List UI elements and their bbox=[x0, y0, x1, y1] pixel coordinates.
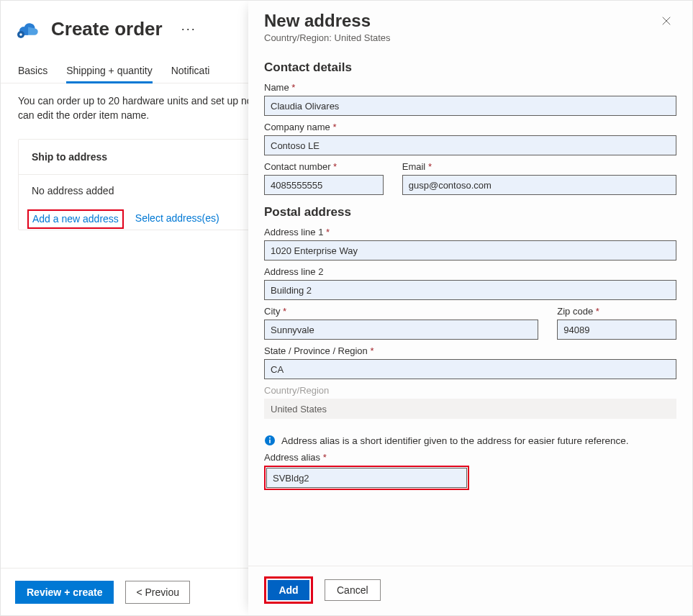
address2-label: Address line 2 bbox=[264, 266, 676, 277]
add-button-highlight: Add bbox=[264, 576, 313, 604]
country-input bbox=[264, 399, 676, 419]
add-button[interactable]: Add bbox=[268, 580, 309, 600]
panel-header: New address Country/Region: United State… bbox=[248, 1, 692, 47]
svg-rect-3 bbox=[269, 440, 271, 443]
alias-highlight bbox=[264, 466, 469, 490]
panel-body: Contact details Name Company name Contac… bbox=[248, 47, 692, 566]
state-input[interactable] bbox=[264, 359, 676, 379]
app-root: Create order ··· Basics Shipping + quant… bbox=[0, 0, 693, 616]
close-button[interactable] bbox=[656, 11, 676, 31]
tab-shipping-quantity[interactable]: Shipping + quantity bbox=[66, 59, 152, 83]
cancel-button[interactable]: Cancel bbox=[325, 579, 381, 601]
tab-notifications[interactable]: Notificati bbox=[171, 59, 210, 83]
panel-footer: Add Cancel bbox=[248, 566, 692, 615]
info-icon bbox=[264, 435, 276, 446]
address1-label: Address line 1 bbox=[264, 227, 676, 237]
add-new-address-highlight: Add a new address bbox=[27, 209, 124, 229]
svg-point-4 bbox=[269, 438, 271, 439]
alias-info: Address alias is a short identifier give… bbox=[264, 435, 676, 446]
previous-button[interactable]: < Previou bbox=[125, 581, 190, 604]
city-input[interactable] bbox=[264, 320, 538, 340]
zip-input[interactable] bbox=[557, 320, 676, 340]
alias-info-text: Address alias is a short identifier give… bbox=[281, 435, 629, 446]
name-label: Name bbox=[264, 82, 676, 93]
panel-subtitle: Country/Region: United States bbox=[264, 32, 676, 43]
country-label: Country/Region bbox=[264, 385, 676, 396]
contact-details-heading: Contact details bbox=[264, 60, 676, 75]
page-title: Create order bbox=[51, 18, 163, 40]
zip-label: Zip code bbox=[557, 306, 676, 317]
select-addresses-link[interactable]: Select address(es) bbox=[135, 212, 219, 224]
city-label: City bbox=[264, 306, 538, 317]
new-address-panel: New address Country/Region: United State… bbox=[248, 1, 692, 615]
azure-edge-icon bbox=[18, 22, 40, 37]
address2-input[interactable] bbox=[264, 280, 676, 300]
contact-number-input[interactable] bbox=[264, 175, 384, 195]
email-label: Email bbox=[402, 161, 676, 172]
company-input[interactable] bbox=[264, 135, 676, 155]
alias-label: Address alias bbox=[264, 452, 676, 463]
svg-point-1 bbox=[19, 33, 22, 36]
add-new-address-link[interactable]: Add a new address bbox=[32, 213, 119, 225]
email-input[interactable] bbox=[402, 175, 676, 195]
state-label: State / Province / Region bbox=[264, 345, 676, 356]
contact-number-label: Contact number bbox=[264, 161, 384, 172]
tab-basics[interactable]: Basics bbox=[18, 59, 47, 83]
alias-input[interactable] bbox=[266, 468, 467, 488]
more-button[interactable]: ··· bbox=[177, 19, 201, 40]
close-icon bbox=[661, 16, 671, 26]
company-label: Company name bbox=[264, 122, 676, 132]
panel-title: New address bbox=[264, 11, 371, 31]
postal-address-heading: Postal address bbox=[264, 205, 676, 219]
name-input[interactable] bbox=[264, 96, 676, 116]
address1-input[interactable] bbox=[264, 240, 676, 261]
review-create-button[interactable]: Review + create bbox=[15, 581, 114, 604]
